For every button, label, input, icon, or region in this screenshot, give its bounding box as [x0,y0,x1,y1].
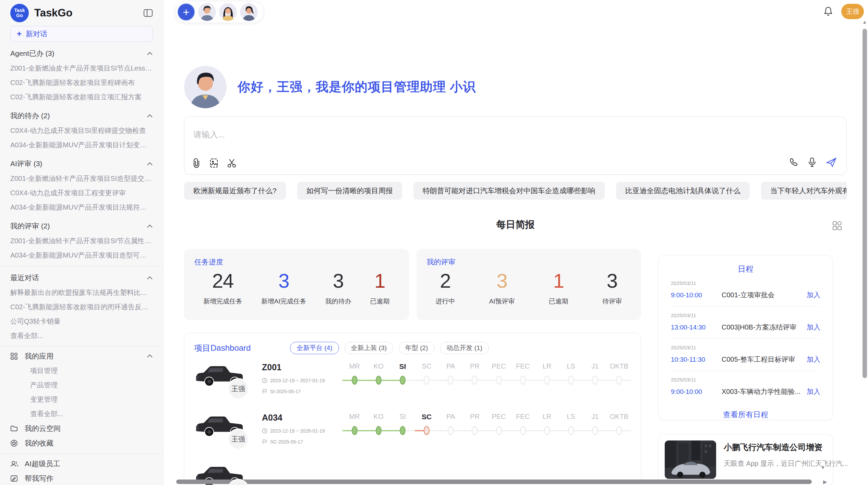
horizontal-scrollbar[interactable] [176,480,812,484]
schedule-join-link[interactable]: 加入 [807,323,820,332]
app-item-project-mgmt[interactable]: 项目管理 [10,363,153,378]
sidebar-group-header[interactable]: AI评审 (3) [10,156,153,171]
apps-grid-icon [10,352,19,360]
image-icon[interactable] [209,158,219,168]
schedule-join-link[interactable]: 加入 [807,290,820,300]
dashboard-tab[interactable]: 动总开发 (1) [440,342,489,354]
stat-label: 新增AI完成任务 [261,297,306,306]
project-row[interactable]: 王强Z0012023-12-19 ~ 2027-01-19SI-2025-05-… [194,362,631,405]
scroll-up-arrow[interactable]: ▲ [862,19,867,25]
schedule-join-link[interactable]: 加入 [807,355,820,364]
chevron-up-icon[interactable] [147,52,153,55]
sidebar-item-help-me-write[interactable]: 帮我写作 [10,471,153,485]
schedule-view-all[interactable]: 查看所有日程 [671,410,820,420]
apps-view-all[interactable]: 查看全部... [10,407,153,421]
suggestion-chip[interactable]: 如何写一份清晰的项目周报 [297,182,402,200]
agent-avatar-3[interactable] [240,3,258,21]
stat-value: 3 [325,270,351,292]
chevron-up-icon[interactable] [147,162,153,166]
schedule-date: 2025/03/11 [671,280,820,286]
suggestion-chip[interactable]: 当下年轻人对汽车外观有怎样的喜好趋势 [761,182,847,200]
dashboard-tab[interactable]: 全新平台 (4) [290,342,339,354]
sidebar-item[interactable]: A034-全新新能源MUV产品开发项目法规符合性评审 [10,200,153,214]
schedule-date: 2025/03/11 [671,345,820,350]
input-attachments [192,158,237,168]
chevron-up-icon[interactable] [147,276,153,280]
news-snippet: 天眼查 App 显示，近日广州汇天飞行汽... [724,459,848,468]
suggestion-chip[interactable]: 特朗普可能对进口汽车增税会对中国车企造成哪些影响 [413,182,605,200]
suggestion-chip[interactable]: 比亚迪全固态电池计划具体说了什么 [616,182,750,200]
milestone-label: MR [342,362,366,375]
milestone-label: PEC [487,362,511,375]
ai-super-staff-label: AI超级员工 [25,459,60,469]
sidebar-item-ai-super-staff[interactable]: AI超级员工 [10,456,153,471]
stat-label: 已逾期 [370,297,389,306]
sidebar-item[interactable]: C02-飞腾新能源轻客改款项目里程碑画布 [10,75,153,90]
sidebar-item[interactable]: C02-飞腾新能源轻客改款项目立项汇报方案 [10,90,153,104]
recent-view-all[interactable]: 查看全部... [10,328,153,343]
milestone-label: LR [535,413,559,426]
sidebar-group-header[interactable]: 我的评审 (2) [10,219,153,234]
scissors-icon[interactable] [227,158,237,168]
milestone-node [376,426,382,435]
scroll-down-arrow[interactable]: ▼ [820,464,825,470]
input-actions [789,157,837,167]
add-agent-button[interactable]: + [177,3,195,21]
milestone-node [616,376,622,385]
sidebar-item-my-apps[interactable]: 我的应用 [10,349,153,363]
vertical-scrollbar[interactable] [863,29,867,378]
task-progress-title: 任务进度 [194,257,399,267]
sidebar-group-header-recent[interactable]: 最近对话 [10,270,153,285]
sidebar-group-header[interactable]: 我的待办 (2) [10,108,153,123]
suggestion-chip[interactable]: 欧洲新规最近颁布了什么? [184,182,286,200]
sidebar-collapse-icon[interactable] [143,9,153,17]
milestone-label: LR [535,362,559,375]
chevron-up-icon[interactable] [147,114,153,118]
sidebar-item[interactable]: A034-全新新能源MUV产品开发项目计划变更表编写 [10,138,153,152]
recent-chat-item[interactable]: C02-飞腾新能源轻客改款项目的闭环通告反馈情况 [10,300,153,314]
send-icon[interactable] [826,157,837,167]
milestone-step: SI [390,362,414,405]
chevron-up-icon[interactable] [147,354,153,358]
mic-icon[interactable] [808,157,816,167]
chevron-up-icon[interactable] [147,224,153,228]
my-reviews-title: 我的评审 [427,257,631,267]
recent-chat-item[interactable]: 公司Q3轻卡销量 [10,314,153,328]
milestone-chain: MRKOSISCPAPRPECFECLRLSJ1OKTB [342,362,631,405]
sidebar-item[interactable]: Z001-全新燃油轻卡产品开发项目SI节点属性5D文件评审 [10,234,153,248]
assistant-avatar [184,66,227,108]
dashboard-tab[interactable]: 全新上装 (3) [345,342,394,354]
main-area: + 王强 你好，王强，我是你的项目管理助理 小识 请输入... [164,0,868,485]
schedule-join-link[interactable]: 加入 [807,387,820,396]
project-dashboard-card: 项目Dashboard 全新平台 (4)全新上装 (3)年型 (2)动总开发 (… [184,333,641,485]
new-chat-button[interactable]: + 新对话 [10,26,153,42]
app-item-change-mgmt[interactable]: 变更管理 [10,392,153,407]
milestone-label: PEC [487,413,511,426]
paperclip-icon[interactable] [192,158,201,168]
scroll-right-arrow[interactable]: ▶ [823,479,827,485]
app-item-product-mgmt[interactable]: 产品管理 [10,378,153,392]
sidebar-item-favorites[interactable]: 我的收藏 [10,436,153,450]
app-window: Task Go TaskGo + 新对话 Agent已办 (3)Z001-全新燃… [0,0,868,485]
project-row[interactable]: 王强A0342023-12-19 ~ 2026-01-19SC-2025-05-… [194,412,631,455]
agent-avatar-1[interactable] [198,3,216,21]
sidebar-item[interactable]: Z001-全新燃油轻卡产品开发项目SI造型提交物评审 [10,171,153,186]
sidebar-item[interactable]: A034-全新新能源MUV产品开发项目造型可行性评审 [10,248,153,262]
sidebar-item[interactable]: C0X4-动力总成开发项目SI里程碑提交物检查 [10,123,153,138]
sidebar-group-header[interactable]: Agent已办 (3) [10,46,153,61]
agent-avatar-2[interactable] [219,3,237,21]
milestone-node [448,426,454,435]
recent-chat-item[interactable]: 解释最新出台的欧盟报废车法规再生塑料比例被调至15%... [10,285,153,300]
chat-input-box[interactable]: 请输入... [184,116,847,175]
notification-bell-icon[interactable] [823,6,833,18]
layout-grid-icon[interactable] [832,220,843,233]
sidebar-item[interactable]: C0X4-动力总成开发项目工程变更评审 [10,186,153,200]
team-icon [10,460,19,467]
news-card[interactable]: 小鹏飞行汽车制造公司增资 天眼查 App 显示，近日广州汇天飞行汽... [658,434,833,485]
sidebar-item-cloud-space[interactable]: 我的云空间 [10,421,153,436]
sidebar-item[interactable]: Z001-全新燃油皮卡产品开发项目SI节点Lesson Learn报告 [10,61,153,75]
dashboard-tab[interactable]: 年型 (2) [399,342,435,354]
phone-icon[interactable] [789,158,798,167]
user-avatar[interactable]: 王强 [841,4,864,19]
milestone-node [496,426,502,435]
